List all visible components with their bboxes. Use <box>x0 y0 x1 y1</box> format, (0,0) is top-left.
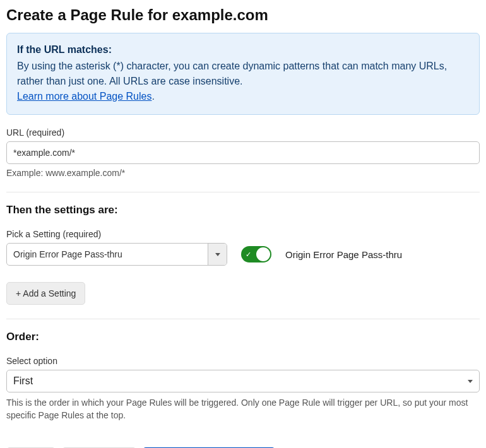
add-setting-button[interactable]: + Add a Setting <box>6 282 85 305</box>
divider <box>6 319 480 319</box>
settings-title: Then the settings are: <box>6 204 480 216</box>
order-label: Select option <box>6 356 480 366</box>
url-input[interactable] <box>6 141 480 164</box>
origin-error-toggle[interactable]: ✓ <box>241 246 271 262</box>
pick-setting-label: Pick a Setting (required) <box>6 229 480 239</box>
divider <box>6 192 480 192</box>
info-box-period: . <box>151 91 154 102</box>
setting-select-value: Origin Error Page Pass-thru <box>7 244 208 265</box>
setting-select-arrow[interactable] <box>208 244 227 265</box>
setting-select[interactable]: Origin Error Page Pass-thru <box>6 243 227 266</box>
info-box: If the URL matches: By using the asteris… <box>6 33 480 115</box>
caret-down-icon <box>215 253 220 256</box>
toggle-label: Origin Error Page Pass-thru <box>285 249 402 260</box>
page-title: Create a Page Rule for example.com <box>6 6 480 24</box>
order-help-text: This is the order in which your Page Rul… <box>6 396 480 422</box>
order-title: Order: <box>6 331 480 343</box>
info-box-body: By using the asterisk (*) character, you… <box>17 59 469 104</box>
url-label: URL (required) <box>6 127 480 138</box>
info-box-text: By using the asterisk (*) character, you… <box>17 61 447 86</box>
toggle-knob <box>256 247 270 261</box>
url-example: Example: www.example.com/* <box>6 168 480 178</box>
check-icon: ✓ <box>246 251 251 258</box>
info-box-title: If the URL matches: <box>17 42 469 57</box>
caret-down-icon <box>468 380 473 383</box>
order-select-value: First <box>13 375 33 387</box>
learn-more-link[interactable]: Learn more about Page Rules <box>17 91 151 102</box>
order-select[interactable]: First <box>6 370 480 392</box>
